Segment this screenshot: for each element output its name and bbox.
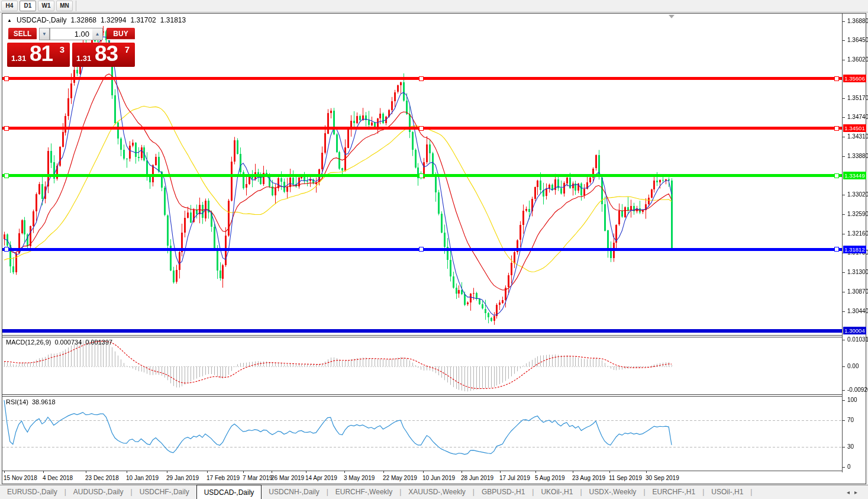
chart-shift-marker-icon[interactable] (669, 15, 675, 18)
date-tick-mark (243, 471, 244, 473)
price-level-label: 1.33449 (843, 172, 866, 179)
date-label: 26 Mar 2019 (271, 475, 304, 481)
low-value: 1.31702 (130, 16, 156, 24)
one-click-trading-panel: SELL ▼ ▲ BUY 1.31 81 3 1.31 83 7 (6, 27, 137, 79)
date-tick-mark (127, 471, 127, 473)
date-tick-mark (272, 471, 272, 473)
rsi-label: RSI(14)38.9618 (6, 398, 59, 405)
date-label: 22 May 2019 (383, 475, 417, 481)
open-value: 1.32868 (71, 16, 96, 24)
price-tick-label: 1.32160 (847, 230, 868, 237)
price-tick-mark (843, 40, 845, 41)
price-tick-mark (843, 21, 845, 22)
line-handle[interactable] (4, 247, 9, 252)
tab-scroll-left-icon[interactable]: ◂ (847, 489, 854, 495)
volume-decrease-button[interactable]: ▼ (39, 28, 50, 40)
line-handle[interactable] (834, 247, 839, 252)
date-tick-mark (167, 471, 167, 473)
line-handle[interactable] (834, 76, 839, 81)
price-tick-label: 1.34310 (847, 133, 868, 140)
tabs: EURUSD-,Daily|AUDUSD-,Daily|USDCHF-,Dail… (0, 485, 752, 494)
timeframe-button-d1[interactable]: D1 (20, 1, 36, 11)
line-handle[interactable] (419, 173, 424, 178)
rsi-axis-tick (843, 400, 845, 401)
date-label: 17 Feb 2019 (206, 475, 240, 481)
timeframe-button-w1[interactable]: W1 (38, 1, 54, 11)
chart-tab-usoil-h1[interactable]: USOil-,H1 (704, 485, 750, 499)
date-label: 10 Jun 2019 (422, 475, 455, 481)
date-label: 17 Jul 2019 (499, 475, 530, 481)
price-level-label: 1.35606 (843, 75, 866, 82)
chart-tab-eurchf-h1[interactable]: EURCHF-,H1 (646, 485, 703, 499)
chart-tab-eurusd-daily[interactable]: EURUSD-,Daily (0, 485, 64, 499)
macd-indicator-canvas[interactable] (2, 337, 842, 394)
mt4-terminal: { "toolbar": {"timeframes": ["H4", "D1",… (0, 0, 868, 499)
price-tick-mark (843, 234, 845, 234)
price-tick-label: 1.30870 (847, 288, 868, 295)
date-label: 4 Dec 2018 (43, 475, 73, 481)
rsi-axis-label: 0 (847, 463, 851, 470)
macd-name: MACD(12,26,9) (6, 339, 51, 346)
chart-tab-usdx-weekly[interactable]: USDX-,Weekly (582, 485, 644, 499)
chart-tab-audusd-daily[interactable]: AUDUSD-,Daily (66, 485, 131, 499)
price-tick-label: 1.34740 (847, 114, 868, 120)
buy-price-prefix: 1.31 (76, 54, 91, 63)
price-axis-border (842, 14, 843, 472)
line-handle[interactable] (834, 173, 839, 178)
price-tick-label: 1.33880 (847, 153, 868, 159)
chart-tab-usdchf-daily[interactable]: USDCHF-,Daily (133, 485, 196, 499)
price-level-label: 1.30004 (843, 327, 866, 334)
horizontal-line-1.30004[interactable] (2, 329, 842, 333)
macd-axis-label: 0.010311 (847, 336, 868, 343)
collapse-panel-icon[interactable]: ▲ (7, 18, 12, 23)
chart-tab-xauusd-weekly[interactable]: XAUUSD-,Weekly (401, 485, 472, 499)
price-tick-label: 1.31300 (847, 269, 868, 275)
price-level-label: 1.34501 (843, 124, 866, 132)
line-handle[interactable] (4, 126, 9, 131)
pane-separator (2, 396, 842, 397)
macd-label: MACD(12,26,9)0.0007340.001397 (6, 339, 116, 346)
rsi-indicator-canvas[interactable] (2, 397, 842, 470)
date-label: 11 Sep 2019 (609, 475, 642, 481)
date-tick-mark (86, 471, 86, 473)
buy-price-box[interactable]: 1.31 83 7 (72, 43, 135, 67)
pane-separator[interactable] (2, 335, 842, 336)
line-handle[interactable] (419, 76, 424, 81)
line-handle[interactable] (419, 126, 424, 131)
price-tick-label: 1.36450 (847, 37, 868, 43)
date-tick-mark (4, 471, 5, 473)
line-handle[interactable] (834, 126, 839, 131)
chart-tab-gbpusd-h1[interactable]: GBPUSD-,H1 (475, 485, 532, 499)
chart-tab-usdcad-daily[interactable]: USDCAD-,Daily (196, 485, 262, 499)
line-handle[interactable] (419, 247, 424, 252)
chart-tab-ukoil-h1[interactable]: UKOil-,H1 (534, 485, 580, 499)
chart-tab-usdcnh-daily[interactable]: USDCNH-,Daily (262, 485, 326, 499)
volume-input[interactable] (50, 28, 92, 40)
rsi-axis-tick (843, 447, 845, 448)
buy-button[interactable]: BUY (107, 28, 135, 40)
chart-tab-eurchf-weekly[interactable]: EURCHF-,Weekly (328, 485, 399, 499)
volume-increase-button[interactable]: ▲ (92, 28, 103, 40)
line-handle[interactable] (4, 173, 9, 178)
date-label: 14 Apr 2019 (305, 475, 337, 481)
timeframe-button-mn[interactable]: MN (56, 1, 73, 11)
sell-price-box[interactable]: 1.31 81 3 (7, 43, 70, 67)
price-tick-mark (843, 292, 845, 292)
timeframe-button-h4[interactable]: H4 (1, 1, 18, 11)
date-tick-mark (43, 471, 44, 473)
price-tick-mark (843, 60, 845, 60)
tab-scroll-right-icon[interactable]: ▸ (854, 489, 862, 495)
date-tick-mark (500, 471, 501, 473)
date-label: 15 Nov 2018 (4, 475, 37, 481)
pane-separator[interactable] (2, 394, 842, 395)
chart-window: ▲USDCAD-,Daily1.328681.329941.317021.318… (2, 13, 866, 484)
date-tick-mark (423, 471, 424, 473)
close-value: 1.31813 (160, 16, 186, 24)
buy-price-main: 83 (95, 41, 118, 66)
date-label: 3 May 2019 (344, 475, 375, 481)
price-tick-label: 1.36020 (847, 56, 868, 63)
sell-button[interactable]: SELL (8, 28, 37, 40)
macd-axis-tick (843, 340, 845, 340)
rsi-axis-tick (843, 420, 845, 421)
price-tick-mark (843, 117, 845, 118)
